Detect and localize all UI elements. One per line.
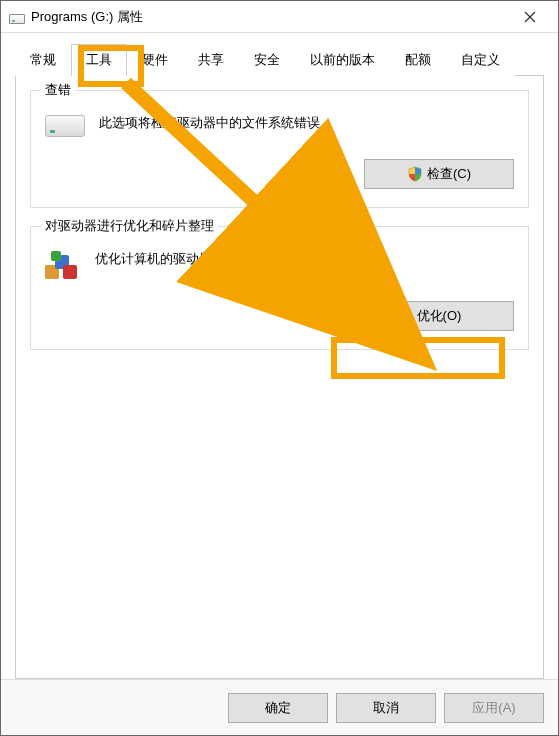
tab-security[interactable]: 安全 bbox=[239, 44, 295, 76]
tab-sharing[interactable]: 共享 bbox=[183, 44, 239, 76]
tab-tools[interactable]: 工具 bbox=[71, 44, 127, 76]
group-error-check: 查错 此选项将检查驱动器中的文件系统错误。 bbox=[30, 90, 529, 208]
content-area: 常规 工具 硬件 共享 安全 以前的版本 配额 自定义 查错 此选项将检查驱动器… bbox=[1, 33, 558, 679]
group-title-defrag: 对驱动器进行优化和碎片整理 bbox=[41, 217, 218, 235]
group-title-error-check: 查错 bbox=[41, 81, 75, 99]
optimize-button[interactable]: 优化(O) bbox=[364, 301, 514, 331]
apply-button[interactable]: 应用(A) bbox=[444, 693, 544, 723]
shield-icon bbox=[407, 166, 423, 182]
tab-quota[interactable]: 配额 bbox=[390, 44, 446, 76]
optimize-button-label: 优化(O) bbox=[417, 307, 462, 325]
disk-icon bbox=[9, 14, 25, 24]
tab-previous-versions[interactable]: 以前的版本 bbox=[295, 44, 390, 76]
titlebar: Programs (G:) 属性 bbox=[1, 1, 558, 33]
check-button[interactable]: 检查(C) bbox=[364, 159, 514, 189]
error-check-description: 此选项将检查驱动器中的文件系统错误。 bbox=[99, 113, 514, 133]
ok-button[interactable]: 确定 bbox=[228, 693, 328, 723]
properties-window: Programs (G:) 属性 常规 工具 硬件 共享 安全 以前的版本 配额… bbox=[0, 0, 559, 736]
disk-large-icon bbox=[45, 115, 85, 137]
defrag-icon bbox=[45, 251, 81, 279]
cancel-button[interactable]: 取消 bbox=[336, 693, 436, 723]
window-title: Programs (G:) 属性 bbox=[31, 8, 510, 26]
group-defrag: 对驱动器进行优化和碎片整理 优化计算机的驱动器可以帮助其更高效运行。 优化(O) bbox=[30, 226, 529, 350]
tab-customize[interactable]: 自定义 bbox=[446, 44, 515, 76]
tab-general[interactable]: 常规 bbox=[15, 44, 71, 76]
dialog-footer: 确定 取消 应用(A) bbox=[1, 679, 558, 735]
tab-strip: 常规 工具 硬件 共享 安全 以前的版本 配额 自定义 bbox=[15, 43, 544, 76]
tab-pane-tools: 查错 此选项将检查驱动器中的文件系统错误。 bbox=[15, 76, 544, 679]
tab-hardware[interactable]: 硬件 bbox=[127, 44, 183, 76]
close-icon bbox=[524, 11, 536, 23]
defrag-description: 优化计算机的驱动器可以帮助其更高效运行。 bbox=[95, 249, 514, 269]
close-button[interactable] bbox=[510, 3, 550, 31]
check-button-label: 检查(C) bbox=[427, 165, 471, 183]
